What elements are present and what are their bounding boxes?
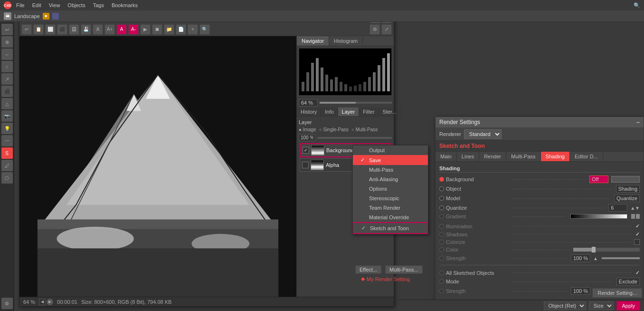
illumination-radio[interactable] bbox=[439, 224, 444, 229]
tb-btn5[interactable]: 🖼 bbox=[69, 24, 79, 35]
sidebar-icon-6[interactable]: △ bbox=[1, 98, 13, 109]
tab-info[interactable]: Info bbox=[321, 107, 338, 116]
search-icon[interactable]: 🔍 bbox=[634, 2, 640, 9]
render-setting-button[interactable]: Render Setting... bbox=[592, 288, 642, 298]
dropdown-item-teamrender[interactable]: Team Render bbox=[353, 203, 428, 213]
dropdown-item-save[interactable]: ✓ Save bbox=[353, 155, 428, 165]
sidebar-icon-5[interactable]: ⬛ bbox=[1, 86, 13, 97]
tb-settings-btn[interactable]: ⚙ bbox=[369, 24, 380, 35]
sidebar-icon-spline[interactable]: 〰 bbox=[1, 135, 13, 146]
tb-btn13[interactable]: 📁 bbox=[164, 24, 174, 35]
tab-main[interactable]: Main bbox=[436, 152, 457, 161]
background-radio[interactable] bbox=[439, 177, 444, 182]
sidebar-icon-3[interactable]: ↕ bbox=[1, 61, 13, 72]
tab-histogram[interactable]: Histogram bbox=[329, 36, 363, 46]
tab-layer[interactable]: Layer bbox=[338, 107, 360, 116]
quantize-radio[interactable] bbox=[439, 205, 444, 210]
rs-renderer-select[interactable]: Standard bbox=[464, 129, 502, 139]
size-select[interactable]: Size bbox=[589, 301, 614, 310]
tb-btn12[interactable]: ⏹ bbox=[152, 24, 162, 35]
layer-checkbox-background[interactable]: ✓ bbox=[303, 147, 309, 154]
tb-btn11[interactable]: ▶ bbox=[140, 24, 151, 35]
radio-multipass[interactable]: ○ Multi-Pass bbox=[351, 127, 378, 132]
shadows-check[interactable]: ✓ bbox=[635, 231, 640, 237]
sidebar-icon-paint[interactable]: 🖊 bbox=[1, 160, 13, 171]
tab-multipass[interactable]: Multi-Pass bbox=[506, 152, 540, 161]
tab-render[interactable]: Render bbox=[479, 152, 506, 161]
color-slider-handle[interactable] bbox=[592, 247, 596, 253]
tab-ster[interactable]: Ster... bbox=[379, 107, 401, 116]
rs-quantize-value[interactable]: 6 bbox=[608, 204, 627, 212]
sidebar-icon-light[interactable]: 💡 bbox=[1, 123, 13, 134]
dropdown-item-antialiasing[interactable]: Anti-Aliasing bbox=[353, 175, 428, 184]
top-menu-edit[interactable]: Edit bbox=[29, 1, 44, 9]
tb-undo-btn[interactable]: ↩ bbox=[21, 24, 32, 35]
illumination-check[interactable]: ✓ bbox=[635, 223, 640, 229]
zoom-input[interactable] bbox=[299, 99, 318, 107]
radio-image[interactable]: ● Image bbox=[299, 127, 316, 132]
dropdown-item-options[interactable]: Options bbox=[353, 184, 428, 194]
layer-percent-input[interactable] bbox=[299, 134, 315, 141]
color-radio[interactable] bbox=[439, 247, 444, 252]
tb-btn8[interactable]: A+ bbox=[104, 24, 115, 35]
color-slider[interactable] bbox=[573, 248, 640, 252]
prev-frame-btn[interactable]: ◀ bbox=[39, 299, 46, 305]
sidebar-icon-active[interactable]: S bbox=[1, 147, 13, 159]
tb-btn2[interactable]: 📋 bbox=[33, 24, 44, 35]
model-radio[interactable] bbox=[439, 196, 444, 201]
tab-shading[interactable]: Shading bbox=[541, 152, 570, 161]
mode-radio[interactable] bbox=[439, 279, 444, 284]
sidebar-icon-camera[interactable]: 📷 bbox=[1, 110, 13, 122]
tab-navigator[interactable]: Navigator bbox=[297, 36, 329, 46]
tb-btn9[interactable]: A bbox=[116, 24, 127, 35]
top-menu-view[interactable]: View bbox=[46, 1, 63, 9]
layer-checkbox-alpha[interactable] bbox=[302, 162, 309, 168]
multipass-button[interactable]: Multi-Pass... bbox=[385, 265, 423, 274]
top-menu-file[interactable]: File bbox=[13, 1, 28, 9]
top-menu-tags[interactable]: Tags bbox=[90, 1, 107, 9]
play-button[interactable]: ▶ bbox=[47, 299, 53, 305]
strength-slider[interactable] bbox=[602, 257, 640, 259]
tb-btn7[interactable]: A bbox=[93, 24, 103, 35]
sidebar-icon-2[interactable]: ↔ bbox=[1, 49, 13, 60]
allsketched-check[interactable]: ✓ bbox=[635, 270, 640, 276]
colorize-checkbox[interactable] bbox=[634, 239, 640, 245]
dropdown-item-matoverride[interactable]: Material Override bbox=[353, 213, 428, 222]
gradient-handle-right[interactable] bbox=[636, 214, 640, 219]
top-menu-bookmarks[interactable]: Bookmarks bbox=[109, 1, 141, 9]
tb-btn15[interactable]: + bbox=[188, 24, 198, 35]
sidebar-icon-1[interactable]: ⊕ bbox=[1, 36, 13, 48]
object-rel-select[interactable]: Object (Rel) bbox=[544, 301, 586, 310]
gradient-swatch[interactable] bbox=[570, 214, 627, 219]
zoom-slider[interactable] bbox=[320, 102, 392, 104]
tb-resize-btn[interactable]: ⤢ bbox=[381, 24, 392, 35]
strength-radio[interactable] bbox=[439, 256, 444, 261]
rs-strength-value[interactable]: 100 % bbox=[571, 254, 590, 262]
sidebar-icon-4[interactable]: ↗ bbox=[1, 73, 13, 85]
gradient-handle-left[interactable] bbox=[631, 214, 635, 219]
quantize-stepper[interactable]: ▲▼ bbox=[630, 205, 640, 211]
top-menu-objects[interactable]: Objects bbox=[65, 1, 88, 9]
rs-mode-value[interactable]: Exclude bbox=[616, 278, 640, 285]
my-render-setting[interactable]: ◆ My Render Setting bbox=[361, 276, 410, 282]
tab-editorD[interactable]: Editor D... bbox=[570, 152, 603, 161]
strength2-radio[interactable] bbox=[439, 289, 444, 293]
tb-btn16[interactable]: 🔍 bbox=[199, 24, 210, 35]
layer-opacity-slider[interactable] bbox=[317, 137, 392, 139]
rs-strength2-value[interactable]: 100 % bbox=[571, 287, 590, 295]
tb-btn6[interactable]: 💾 bbox=[81, 24, 91, 35]
colorize-radio[interactable] bbox=[439, 240, 444, 244]
shadows-radio[interactable] bbox=[439, 232, 444, 237]
rs-background-value[interactable]: Off bbox=[589, 175, 608, 183]
tab-filter[interactable]: Filter bbox=[359, 107, 379, 116]
dropdown-item-stereo[interactable]: Stereoscopic bbox=[353, 194, 428, 203]
dropdown-item-output[interactable]: Output bbox=[353, 146, 428, 155]
dropdown-item-sketchtoon[interactable]: ✓ Sketch and Toon bbox=[353, 222, 428, 234]
background-color-swatch[interactable] bbox=[611, 176, 640, 183]
tb-btn4[interactable]: ⬛ bbox=[57, 24, 67, 35]
radio-singlepass[interactable]: ○ Single-Pass bbox=[319, 127, 349, 132]
allsketched-radio[interactable] bbox=[439, 271, 444, 275]
dropdown-item-multipass[interactable]: Multi-Pass bbox=[353, 165, 428, 175]
apply-button[interactable]: Apply bbox=[616, 301, 640, 311]
gradient-radio[interactable] bbox=[439, 214, 444, 219]
